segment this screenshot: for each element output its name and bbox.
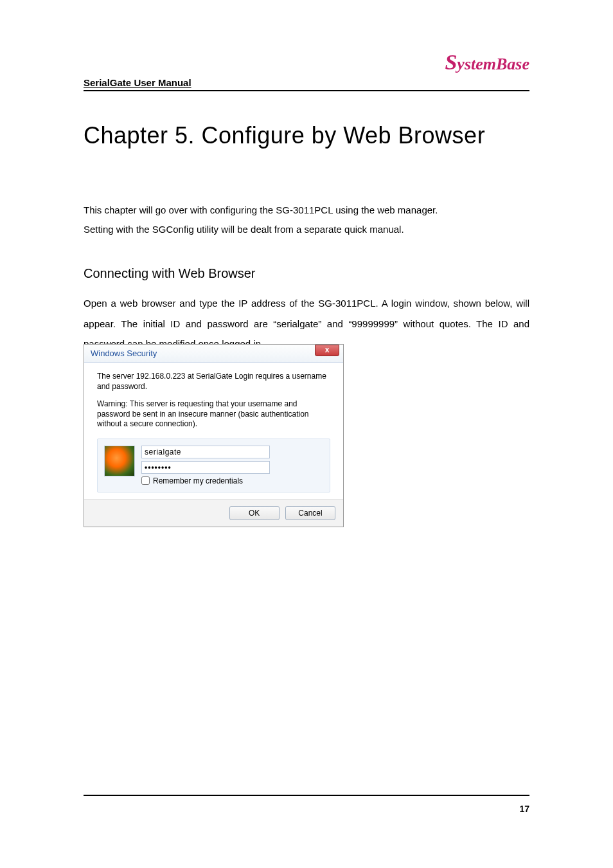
- dialog-title: Windows Security: [91, 348, 157, 358]
- dialog-body: The server 192.168.0.223 at SerialGate L…: [84, 363, 343, 499]
- username-input[interactable]: [141, 446, 270, 458]
- brand-logo: SystemBase: [445, 50, 529, 75]
- user-avatar-icon: [104, 446, 135, 476]
- remember-checkbox[interactable]: [141, 476, 150, 485]
- dialog-footer: OK Cancel: [84, 499, 343, 527]
- credential-fields: Remember my credentials: [141, 446, 323, 485]
- header-rule: [84, 90, 529, 91]
- credentials-block: Remember my credentials: [97, 439, 330, 493]
- remember-label: Remember my credentials: [153, 476, 243, 485]
- remember-credentials[interactable]: Remember my credentials: [141, 476, 323, 485]
- dialog-titlebar: Windows Security x: [84, 345, 343, 363]
- ok-button[interactable]: OK: [229, 506, 280, 520]
- footer-rule: [84, 795, 529, 796]
- page-number: 17: [519, 804, 529, 814]
- windows-security-dialog: Windows Security x The server 192.168.0.…: [84, 344, 344, 527]
- section-title: Connecting with Web Browser: [84, 266, 256, 281]
- password-input[interactable]: [141, 461, 270, 474]
- document-header: SerialGate User Manual: [84, 77, 191, 88]
- chapter-title: Chapter 5. Configure by Web Browser: [84, 122, 485, 149]
- brand-logo-rest: ystemBase: [457, 55, 529, 73]
- dialog-message-1: The server 192.168.0.223 at SerialGate L…: [97, 372, 330, 392]
- intro-paragraph-2: Setting with the SGConfig utility will b…: [84, 224, 404, 235]
- cancel-button[interactable]: Cancel: [285, 506, 335, 520]
- brand-logo-initial: S: [445, 50, 457, 74]
- intro-paragraph-1: This chapter will go over with configuri…: [84, 204, 438, 215]
- dialog-message-2: Warning: This server is requesting that …: [97, 399, 330, 429]
- close-icon[interactable]: x: [315, 345, 339, 356]
